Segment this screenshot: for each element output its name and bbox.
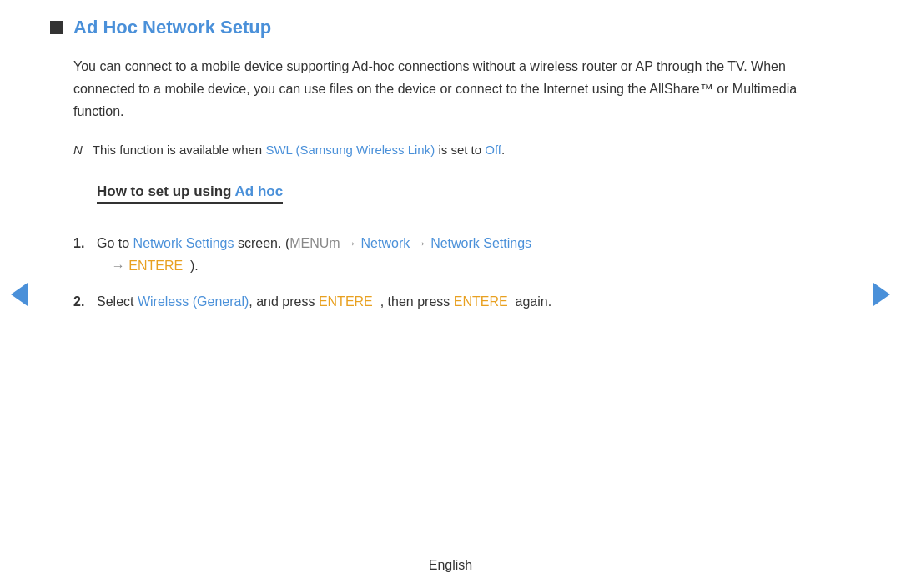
title-row: Ad Hoc Network Setup <box>50 17 851 38</box>
nav-prev-button[interactable] <box>7 282 32 307</box>
step1-network-settings-link: Network Settings <box>133 236 234 250</box>
step-1: 1. Go to Network Settings screen. (MENUm… <box>73 232 851 277</box>
page-title: Ad Hoc Network Setup <box>73 17 271 38</box>
right-arrow-icon <box>873 283 890 306</box>
step1-network-text: Network <box>361 236 410 250</box>
description-text: You can connect to a mobile device suppo… <box>73 59 797 118</box>
step-1-number: 1. <box>73 232 97 254</box>
page-container: Ad Hoc Network Setup You can connect to … <box>0 0 901 588</box>
step1-entere: ENTERE <box>128 259 183 273</box>
adhoc-link: Ad hoc <box>235 183 284 199</box>
swl-link: SWL (Samsung Wireless Link) <box>265 143 435 157</box>
step-2-content: Select Wireless (General), and press ENT… <box>97 290 851 313</box>
step1-arrow2: → <box>414 236 427 250</box>
step1-arrow3: → <box>112 259 125 273</box>
step2-entere1: ENTERE <box>319 294 373 309</box>
how-to-heading: How to set up using Ad hoc <box>97 183 283 204</box>
step-2-number: 2. <box>73 290 97 313</box>
step2-entere2: ENTERE <box>454 294 508 309</box>
steps-container: 1. Go to Network Settings screen. (MENUm… <box>73 232 851 314</box>
note-block: N This function is available when SWL (S… <box>73 140 851 160</box>
step2-wireless-link: Wireless (General) <box>138 294 249 309</box>
nav-next-button[interactable] <box>869 282 894 307</box>
note-text-middle: is set to <box>438 143 481 157</box>
left-arrow-icon <box>11 283 28 306</box>
note-text-before: This function is available when <box>93 143 262 157</box>
how-to-heading-container: How to set up using Ad hoc <box>73 183 851 217</box>
description-block: You can connect to a mobile device suppo… <box>73 55 851 123</box>
step1-menu-text: MENUm <box>289 236 340 250</box>
footer: English <box>0 558 901 573</box>
how-to-static-text: How to set up using <box>97 183 232 199</box>
bullet-icon <box>50 21 63 34</box>
note-letter: N <box>73 143 83 157</box>
note-period: . <box>501 143 505 157</box>
step-2: 2. Select Wireless (General), and press … <box>73 290 851 313</box>
step1-arrow1: → <box>344 236 357 250</box>
off-text: Off <box>485 143 501 157</box>
step-1-content: Go to Network Settings screen. (MENUm → … <box>97 232 851 277</box>
step1-network-settings2: Network Settings <box>430 236 531 250</box>
footer-language: English <box>429 558 472 572</box>
